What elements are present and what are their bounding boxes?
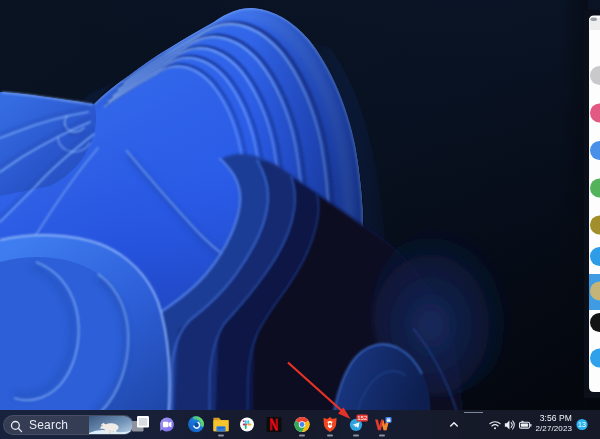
svg-text:13: 13	[578, 421, 586, 428]
